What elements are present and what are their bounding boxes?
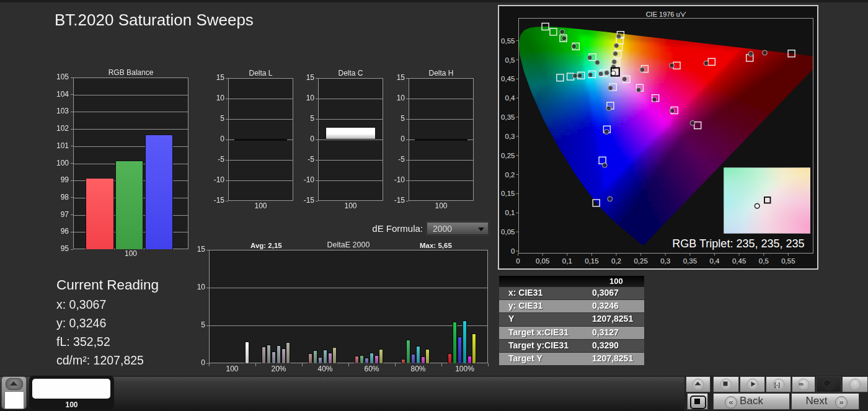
svg-text:0,2: 0,2 xyxy=(611,257,621,265)
svg-text:0,55: 0,55 xyxy=(781,257,795,265)
svg-text:0,4: 0,4 xyxy=(710,257,720,265)
svg-text:0,3: 0,3 xyxy=(505,133,515,140)
svg-text:0,1: 0,1 xyxy=(562,257,572,265)
svg-text:0: 0 xyxy=(516,257,520,265)
svg-text:0,3: 0,3 xyxy=(660,257,670,265)
svg-text:RGB Triplet: 235, 235, 235: RGB Triplet: 235, 235, 235 xyxy=(672,237,804,250)
svg-text:0,15: 0,15 xyxy=(585,257,598,265)
svg-text:0,35: 0,35 xyxy=(683,257,697,265)
svg-text:0,15: 0,15 xyxy=(501,190,515,197)
svg-text:0,1: 0,1 xyxy=(505,209,515,216)
svg-text:0,05: 0,05 xyxy=(536,257,549,265)
svg-text:0,45: 0,45 xyxy=(501,75,515,82)
svg-text:0,25: 0,25 xyxy=(634,257,647,265)
svg-text:0,25: 0,25 xyxy=(501,152,515,159)
svg-text:0,05: 0,05 xyxy=(501,228,515,236)
svg-text:0,35: 0,35 xyxy=(501,113,515,121)
svg-text:0,4: 0,4 xyxy=(505,94,516,102)
svg-text:0: 0 xyxy=(511,247,515,255)
svg-text:0,55: 0,55 xyxy=(501,37,515,45)
svg-text:0,5: 0,5 xyxy=(505,56,515,64)
svg-text:0,5: 0,5 xyxy=(759,257,769,265)
svg-text:CIE 1976 u'v': CIE 1976 u'v' xyxy=(646,11,686,18)
svg-text:0,2: 0,2 xyxy=(505,171,515,179)
svg-text:0,45: 0,45 xyxy=(732,257,746,265)
